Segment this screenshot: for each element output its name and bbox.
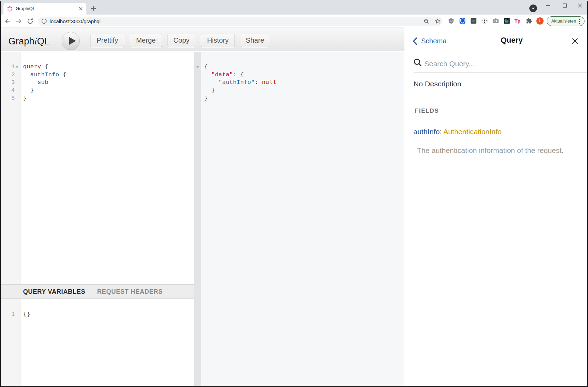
svg-text:uO: uO	[450, 19, 453, 22]
svg-text:P: P	[472, 19, 475, 23]
